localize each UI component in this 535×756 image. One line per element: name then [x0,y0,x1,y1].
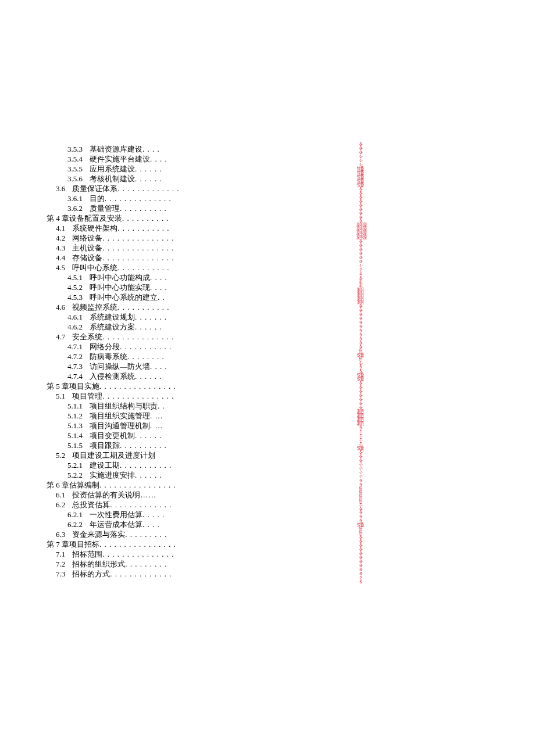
toc-leader-dots: . . . . . . . . . . . [120,460,172,470]
toc-leader-dots: . . . . [150,282,167,292]
toc-section-number: 6.2 [56,500,65,510]
toc-entry: 第 5 章项目实施 . . . . . . . . . . . . . . . … [47,381,372,391]
toc-title: 呼叫中心功能构成 [90,273,150,282]
toc-leader-dots: . . . . . . . . [127,352,165,361]
toc-title: 招标的方式 [72,569,110,579]
toc-title: 实施进度安排 [90,470,135,480]
toc-section-number: 5.1.3 [67,421,83,431]
toc-entry: 4.6.2系统建设方案 . . . . . . [47,322,372,332]
toc-chapter-number: 第 4 章 [47,213,69,223]
toc-title: 估算编制 [69,480,99,490]
toc-leader-dots: . . . . . . . . . . . . . [117,184,179,194]
toc-entry: 4.7.1网络分段. . . . . . . . . . . [47,342,372,352]
toc-leader-dots: . . . . . . . . . . . . . . . [102,332,174,342]
toc-leader-dots: . . . . . . [135,431,162,440]
toc-title: 项目跟踪 [90,440,120,450]
toc-section-number: 5.1.4 [67,431,83,440]
toc-chapter-number: 第 6 章 [47,480,69,490]
toc-leader-dots: . . . . . . . . . . . . . . . [102,549,174,559]
toc-title: 设备配置及安装 [69,213,122,223]
toc-entry: 第 6 章估算编制 . . . . . . . . . . . . . . . … [47,480,372,490]
toc-section-number: 5.1.1 [67,401,83,411]
toc-entry: 7.2招标的组织形式 . . . . . . . . . [47,559,372,569]
toc-entry: 4.5.1呼叫中心功能构成. . . . [47,273,372,282]
toc-leader-dots: . . . . . . . . . . . . . . . . [99,539,176,549]
toc-entry: 4.5.2呼叫中心功能实现. . . . [47,282,372,292]
toc-section-number: 4.7 [56,332,65,342]
toc-entry: 4.7安全系统. . . . . . . . . . . . . . . [47,332,372,342]
toc-leader-dots: . . . . [150,361,167,371]
toc-section-number: 4.5.1 [67,273,83,282]
toc-chapter-number: 第 7 章 [47,539,69,549]
toc-entry: 第 4 章设备配置及安装 . . . . . . . . . . [47,213,372,223]
toc-title: 应用系统建设 [90,164,135,174]
toc-leader-dots: . … [150,421,163,431]
toc-section-number: 3.5.5 [67,164,83,174]
toc-entry: 5.1项目管理 . . . . . . . . . . . . . . . [47,391,372,401]
toc-leader-dots: . . . . [142,144,160,154]
toc-leader-dots: . . . . [150,154,167,164]
toc-title: 年运营成本估算 [90,519,142,529]
toc-entry: 4.5.3呼叫中心系统的建立. . [47,292,372,302]
toc-title: 系统建设规划 [90,312,135,322]
toc-leader-dots: . . . . . [142,510,165,519]
toc-leader-dots: . . . . . . . . . . . . . . . [102,253,174,263]
toc-section-number: 4.4 [56,253,65,263]
toc-section-number: 3.5.6 [67,174,83,184]
toc-entry: 4.1系统硬件架构 . . . . . . . . . . . [47,223,372,233]
toc-title: 呼叫中心系统 [72,263,117,273]
toc-entry: 6.2总投资估算. . . . . . . . . . . . . [47,500,372,510]
toc-title: 网络设备 [72,233,102,243]
toc-leader-dots: . . . . . . . . . . . . . [110,500,172,510]
toc-entry: 6.3资金来源与落实 . . . . . . . . . [47,529,372,539]
toc-entry: 4.3主机设备 . . . . . . . . . . . . . . . [47,243,372,253]
toc-leader-dots: . . . . . . . . . . . [117,302,169,312]
toc-leader-dots: . . . . . . . . . . . . . . . . [99,480,176,490]
toc-section-number: 4.6 [56,302,65,312]
toc-title: 项目沟通管理机制 [90,421,150,431]
toc-leader-dots: . . [158,292,165,302]
toc-title: 目的 [90,194,105,203]
toc-section-number: 5.1 [56,391,65,401]
toc-section-number: 4.5.3 [67,292,83,302]
toc-leader-dots: . . . . . . . . . . . . . . [105,194,172,203]
toc-section-number: 5.2.1 [67,460,83,470]
toc-section-number: 4.7.1 [67,342,83,352]
toc-section-number: 4.6.2 [67,322,83,332]
toc-entry: 6.2.2年运营成本估算 . . . . [47,519,372,529]
toc-section-number: 4.7.4 [67,371,83,381]
toc-leader-dots: . . . . [142,519,160,529]
toc-section-number: 6.3 [56,529,65,539]
toc-title: 硬件实施平台建设 [90,154,150,164]
toc-title: 呼叫中心功能实现 [90,282,150,292]
toc-section-number: 4.6.1 [67,312,83,322]
toc-entry: 3.6.1目的. . . . . . . . . . . . . . [47,194,372,203]
toc-section-number: 4.1 [56,223,65,233]
toc-section-number: 5.1.5 [67,440,83,450]
toc-entry: 5.1.5项目跟踪 . . . . . . . . . . [47,440,372,450]
toc-entry: 4.6.1系统建设规划. . . . . . . [47,312,372,322]
toc-section-number: 7.2 [56,559,65,569]
toc-section-number: 5.2.2 [67,470,83,480]
toc-title: 呼叫中心系统的建立 [90,292,158,302]
toc-title: 招标范围 [72,549,102,559]
page-number: -8- [356,580,365,584]
toc-entry: 4.7.3访问操纵—防火墙. . . . [47,361,372,371]
toc-entry: 3.5.4硬件实施平台建设. . . . [47,154,372,164]
toc-section-number: 4.5 [56,263,65,273]
toc-section-number: 3.5.3 [67,144,83,154]
toc-entry: 7.1招标范围 . . . . . . . . . . . . . . . [47,549,372,559]
toc-title: 项目实施 [69,381,99,391]
toc-title: 系统建设方案 [90,322,135,332]
toc-title: 项目建设工期及进度计划 [72,450,155,460]
toc-entry: 3.6.2质量管理 . . . . . . . . . . [47,203,372,213]
toc-section-number: 5.1.2 [67,411,83,421]
toc-leader-dots: . . . . . . [135,371,162,381]
toc-leader-dots: . . [158,401,165,411]
toc-title: 入侵检测系统 [90,371,135,381]
toc-entry: 4.5呼叫中心系统. . . . . . . . . . . [47,263,372,273]
toc-entry: 5.2项目建设工期及进度计划 [47,450,372,460]
toc-entry: 5.2.2实施进度安排 . . . . . . [47,470,372,480]
toc-section-number: 6.2.2 [67,519,83,529]
table-of-contents: 3.5.3基础资源库建设 . . . .3.5.4硬件实施平台建设. . . .… [47,144,372,579]
